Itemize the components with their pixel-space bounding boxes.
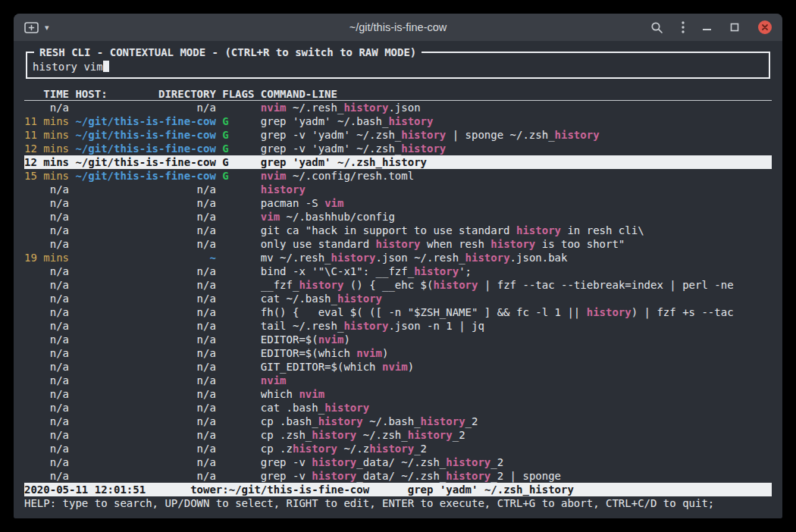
row-flags: G: [222, 155, 254, 169]
col-gap: [216, 292, 222, 305]
new-tab-icon[interactable]: [24, 21, 39, 34]
col-gap: [254, 278, 260, 292]
row-time: n/a: [24, 183, 69, 196]
history-rows: n/an/anvim ~/.resh_history.json11 mins~/…: [24, 101, 772, 483]
col-gap: [254, 210, 260, 224]
col-gap: [216, 264, 222, 278]
table-row[interactable]: n/an/anvim: [24, 374, 772, 387]
table-row[interactable]: n/an/acp .zhistory ~/.zhistory_2: [24, 442, 772, 455]
help-line: HELP: type to search, UP/DOWN to select,…: [24, 496, 772, 510]
status-location: tower:~/git/this-is-fine-cow: [190, 483, 369, 496]
restore-icon[interactable]: [729, 22, 740, 33]
row-time: n/a: [24, 415, 69, 428]
col-gap: [69, 346, 75, 360]
search-query-text: history vim: [33, 61, 103, 73]
header-directory: DIRECTORY: [158, 87, 216, 100]
row-directory: n/a: [75, 319, 215, 333]
table-row[interactable]: n/an/agrep -v history_data/ ~/.zsh_histo…: [24, 455, 772, 469]
row-flags: [222, 346, 254, 360]
col-gap: [216, 319, 222, 333]
row-command: mv ~/.resh_history.json ~/.resh_history.…: [261, 251, 772, 264]
minimize-icon[interactable]: [703, 24, 711, 30]
table-row[interactable]: n/an/ahistory: [24, 183, 772, 196]
row-directory: n/a: [75, 264, 215, 278]
tab-dropdown-icon[interactable]: ▾: [45, 23, 49, 33]
row-directory: n/a: [75, 455, 215, 469]
table-row[interactable]: n/an/anvim ~/.resh_history.json: [24, 101, 772, 114]
row-flags: G: [222, 128, 254, 142]
row-time: n/a: [24, 210, 69, 224]
col-gap: [69, 442, 75, 455]
table-row[interactable]: 12 mins~/git/this-is-fine-cowGgrep -v 'y…: [24, 142, 772, 155]
table-row[interactable]: n/an/aEDITOR=$(nvim): [24, 333, 772, 346]
col-gap: [69, 210, 75, 224]
row-command: nvim ~/.config/resh.toml: [261, 169, 772, 183]
terminal-content: RESH CLI - CONTEXTUAL MODE - (CTRL+R to …: [14, 41, 782, 518]
row-flags: G: [222, 142, 254, 155]
col-gap: [254, 401, 260, 415]
row-flags: [222, 292, 254, 305]
table-row[interactable]: n/an/aGIT_EDITOR=$(which nvim): [24, 360, 772, 374]
col-gap: [69, 224, 75, 237]
table-row[interactable]: n/an/aEDITOR=$(which nvim): [24, 346, 772, 360]
col-gap: [254, 224, 260, 237]
row-flags: [222, 360, 254, 374]
col-gap: [254, 305, 260, 319]
table-row[interactable]: n/an/acp .zsh_history ~/.zsh_history_2: [24, 428, 772, 442]
row-flags: [222, 196, 254, 210]
close-icon[interactable]: [758, 20, 772, 34]
table-row[interactable]: n/an/avim ~/.bashhub/config: [24, 210, 772, 224]
row-flags: [222, 237, 254, 251]
col-gap: [69, 428, 75, 442]
row-time: n/a: [24, 374, 69, 387]
table-row[interactable]: n/an/aonly use standard history when res…: [24, 237, 772, 251]
col-gap: [254, 442, 260, 455]
col-gap: [216, 196, 222, 210]
table-row[interactable]: n/an/acp .bash_history ~/.bash_history_2: [24, 415, 772, 428]
row-directory: n/a: [75, 469, 215, 483]
row-flags: G: [222, 169, 254, 183]
row-command: GIT_EDITOR=$(which nvim): [261, 360, 772, 374]
table-row[interactable]: n/an/afh() { eval $( ([ -n "$ZSH_NAME" ]…: [24, 305, 772, 319]
col-gap: [216, 333, 222, 346]
row-time: n/a: [24, 428, 69, 442]
table-row[interactable]: 19 mins~mv ~/.resh_history.json ~/.resh_…: [24, 251, 772, 264]
col-gap: [69, 155, 75, 169]
row-directory: n/a: [75, 401, 215, 415]
table-row[interactable]: n/an/agit ca "hack in support to use sta…: [24, 224, 772, 237]
table-row[interactable]: n/an/acat .bash_history: [24, 401, 772, 415]
row-directory: n/a: [75, 360, 215, 374]
table-row[interactable]: n/an/a__fzf_history () { __ehc $(history…: [24, 278, 772, 292]
row-time: n/a: [24, 346, 69, 360]
table-row[interactable]: n/an/abind -x '"\C-x1": __fzf_history';: [24, 264, 772, 278]
menu-icon[interactable]: [682, 20, 685, 34]
row-flags: [222, 415, 254, 428]
col-gap: [254, 142, 260, 155]
col-gap: [69, 305, 75, 319]
col-gap: [216, 374, 222, 387]
table-row[interactable]: n/an/agrep -v history_data/ ~/.zsh_histo…: [24, 469, 772, 483]
table-row[interactable]: n/an/atail ~/.resh_history.json -n 1 | j…: [24, 319, 772, 333]
table-row[interactable]: n/an/apacman -S vim: [24, 196, 772, 210]
col-gap: [69, 114, 75, 128]
table-row[interactable]: 11 mins~/git/this-is-fine-cowGgrep -v 'y…: [24, 128, 772, 142]
col-gap: [216, 360, 222, 374]
table-row[interactable]: 11 mins~/git/this-is-fine-cowGgrep 'yadm…: [24, 114, 772, 128]
titlebar[interactable]: ▾ ~/git/this-is-fine-cow: [14, 14, 782, 41]
search-input[interactable]: history vim: [33, 60, 763, 74]
col-gap: [254, 455, 260, 469]
table-row[interactable]: n/an/awhich nvim: [24, 387, 772, 401]
col-gap: [254, 319, 260, 333]
search-icon[interactable]: [650, 21, 663, 34]
table-row[interactable]: 15 mins~/git/this-is-fine-cowGnvim ~/.co…: [24, 169, 772, 183]
row-time: 11 mins: [24, 128, 69, 142]
col-gap: [216, 142, 222, 155]
col-gap: [216, 415, 222, 428]
col-gap: [69, 360, 75, 374]
col-gap: [69, 387, 75, 401]
row-directory: n/a: [75, 415, 215, 428]
col-gap: [69, 401, 75, 415]
table-row[interactable]: 12 mins~/git/this-is-fine-cowGgrep 'yadm…: [24, 155, 772, 169]
row-time: n/a: [24, 237, 69, 251]
table-row[interactable]: n/an/acat ~/.bash_history: [24, 292, 772, 305]
